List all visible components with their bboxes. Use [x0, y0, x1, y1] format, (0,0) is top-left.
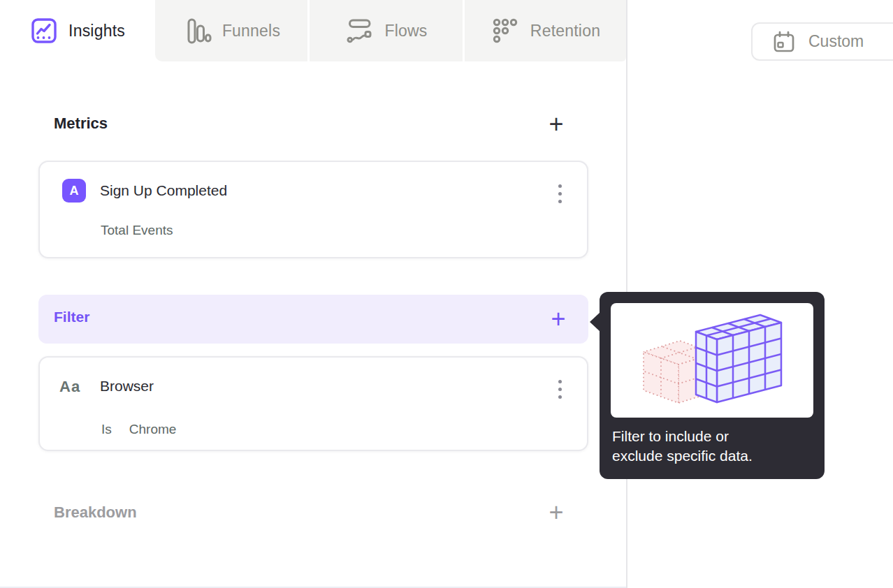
tab-insights[interactable]: Insights: [0, 0, 154, 61]
metrics-heading: Metrics: [54, 115, 108, 133]
add-filter-button[interactable]: +: [545, 306, 572, 332]
tab-flows[interactable]: Flows: [310, 0, 463, 61]
filter-operator[interactable]: Is: [101, 422, 112, 437]
retention-dots-icon: [491, 15, 521, 46]
tab-retention[interactable]: Retention: [465, 0, 626, 61]
add-breakdown-button[interactable]: +: [543, 499, 569, 526]
metric-card-sign-up-completed[interactable]: A Sign Up Completed Total Events: [38, 161, 588, 258]
insights-query-builder: Insights Funnels Flows: [0, 0, 893, 588]
filter-kebab-menu-icon[interactable]: [557, 378, 563, 400]
cube-filter-illustration-icon: [611, 303, 813, 418]
filter-heading: Filter: [54, 309, 89, 325]
metric-title: Sign Up Completed: [100, 182, 227, 199]
tab-funnels-label: Funnels: [222, 22, 280, 41]
add-metric-button[interactable]: +: [543, 111, 569, 138]
flows-stream-icon: [344, 15, 375, 46]
filter-tooltip-illustration: [611, 303, 813, 418]
filter-property-name: Browser: [100, 378, 154, 395]
tab-insights-label: Insights: [68, 22, 125, 41]
filter-value[interactable]: Chrome: [129, 422, 177, 437]
custom-button-label: Custom: [808, 32, 864, 51]
filter-tooltip-text: Filter to include or exclude specific da…: [612, 427, 753, 466]
breakdown-heading: Breakdown: [54, 504, 137, 522]
metric-aggregation[interactable]: Total Events: [101, 223, 173, 238]
tab-flows-label: Flows: [384, 22, 427, 41]
tab-retention-label: Retention: [530, 22, 600, 41]
filter-section-row[interactable]: Filter +: [38, 295, 588, 344]
metric-kebab-menu-icon[interactable]: [557, 183, 563, 205]
tab-funnels[interactable]: Funnels: [155, 0, 307, 61]
metric-letter-badge: A: [62, 179, 86, 203]
filter-card-browser[interactable]: Aa Browser Is Chrome: [38, 356, 588, 451]
filter-tooltip: Filter to include or exclude specific da…: [600, 292, 825, 479]
calendar-icon: [771, 29, 797, 54]
custom-date-range-button[interactable]: Custom: [751, 22, 893, 61]
tooltip-line-2: exclude specific data.: [612, 446, 753, 466]
tooltip-line-1: Filter to include or: [612, 427, 753, 446]
funnels-bars-icon: [182, 15, 213, 46]
insights-chart-icon: [29, 15, 59, 46]
string-property-icon: Aa: [59, 378, 80, 396]
